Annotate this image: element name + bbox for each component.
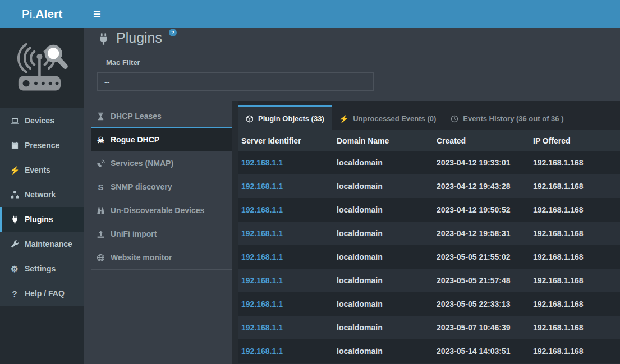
- ip-offered-cell: 192.168.1.168: [533, 158, 620, 167]
- sitemap-icon: [10, 191, 20, 199]
- created-cell: 2023-04-12 19:33:01: [437, 158, 533, 167]
- plugin-item-snmp-discovery[interactable]: SSNMP discovery: [91, 175, 232, 199]
- column-header-domain-name: Domain Name: [337, 136, 437, 145]
- plug-icon: [10, 215, 20, 224]
- top-navbar: Pi.Alert ≡: [0, 0, 620, 28]
- domain-name-cell: localdomain: [337, 276, 437, 285]
- table-row: 192.168.1.1localdomain2023-05-05 22:33:1…: [238, 292, 620, 316]
- tab-plugin-objects-33[interactable]: Plugin Objects (33): [238, 105, 332, 130]
- ip-offered-cell: 192.168.1.168: [533, 300, 620, 308]
- sidebar-item-devices[interactable]: Devices: [0, 108, 84, 133]
- sidebar-item-label: Settings: [25, 264, 56, 273]
- plugin-item-dhcp-leases[interactable]: DHCP Leases: [91, 104, 232, 128]
- server-identifier-link[interactable]: 192.168.1.1: [241, 347, 337, 356]
- column-header-ip-offered: IP Offered: [533, 136, 620, 145]
- created-cell: 2023-05-05 21:57:48: [437, 276, 533, 285]
- calendar-icon: [10, 141, 20, 150]
- domain-name-cell: localdomain: [337, 158, 437, 167]
- created-cell: 2023-05-05 21:55:02: [437, 252, 533, 261]
- table-body: 192.168.1.1localdomain2023-04-12 19:33:0…: [232, 151, 620, 363]
- ip-offered-cell: 192.168.1.168: [533, 347, 620, 356]
- domain-name-cell: localdomain: [337, 252, 437, 261]
- wrench-icon: [10, 240, 20, 248]
- plugin-nav-panel: DHCP Leases☠Rogue DHCPServices (NMAP)SSN…: [91, 104, 232, 270]
- mac-filter-label: Mac Filter: [106, 58, 140, 67]
- sidebar-item-help-faq[interactable]: ?Help / FAQ: [0, 281, 84, 306]
- column-header-created: Created: [437, 136, 533, 145]
- plugin-item-website-monitor[interactable]: Website monitor: [91, 246, 232, 269]
- sidebar-item-presence[interactable]: Presence: [0, 133, 84, 158]
- sidebar-logo-image: [0, 28, 84, 108]
- sidebar-toggle-button[interactable]: ≡: [84, 0, 110, 28]
- mac-filter-input[interactable]: [97, 72, 374, 91]
- binoculars-icon: [95, 206, 106, 215]
- created-cell: 2023-04-12 19:43:28: [437, 182, 533, 191]
- sidebar-item-events[interactable]: ⚡Events: [0, 158, 84, 182]
- page-title: Plugins ?: [97, 30, 177, 46]
- ip-offered-cell: 192.168.1.168: [533, 252, 620, 261]
- tab-label: Events History (36 out of 36 ): [463, 114, 563, 123]
- domain-name-cell: localdomain: [337, 300, 437, 308]
- tab-bar: Plugin Objects (33)⚡Unprocessed Events (…: [238, 101, 620, 130]
- sidebar-menu: DevicesPresence⚡EventsNetworkPluginsMain…: [0, 108, 84, 306]
- bolt-icon: ⚡: [339, 115, 348, 123]
- sidebar-item-plugins[interactable]: Plugins: [0, 207, 84, 232]
- plugin-item-services-nmap[interactable]: Services (NMAP): [91, 151, 232, 175]
- server-identifier-link[interactable]: 192.168.1.1: [241, 323, 337, 332]
- table-row: 192.168.1.1localdomain2023-04-12 19:50:5…: [238, 198, 620, 222]
- plugin-item-un-discoverable-devices[interactable]: Un-Discoverable Devices: [91, 199, 232, 222]
- sidebar-item-settings[interactable]: ⚙Settings: [0, 256, 84, 281]
- server-identifier-link[interactable]: 192.168.1.1: [241, 229, 337, 238]
- letter-s-icon: S: [95, 183, 106, 191]
- server-identifier-link[interactable]: 192.168.1.1: [241, 300, 337, 308]
- ip-offered-cell: 192.168.1.168: [533, 205, 620, 214]
- sidebar-item-label: Help / FAQ: [25, 289, 65, 298]
- sidebar-item-label: Presence: [25, 141, 59, 150]
- app-screen: Pi.Alert ≡: [0, 0, 620, 364]
- help-badge[interactable]: ?: [169, 29, 177, 36]
- plugin-item-rogue-dhcp[interactable]: ☠Rogue DHCP: [91, 127, 232, 151]
- table-header-row: Server IdentifierDomain NameCreatedIP Of…: [238, 130, 620, 151]
- sidebar-item-network[interactable]: Network: [0, 182, 84, 207]
- domain-name-cell: localdomain: [337, 205, 437, 214]
- bolt-icon: ⚡: [10, 166, 20, 174]
- tab-events-history-36-out-of-36[interactable]: Events History (36 out of 36 ): [443, 105, 571, 130]
- tab-label: Unprocessed Events (0): [353, 114, 436, 123]
- sidebar: DevicesPresence⚡EventsNetworkPluginsMain…: [0, 28, 84, 364]
- sidebar-item-maintenance[interactable]: Maintenance: [0, 232, 84, 256]
- table-row: 192.168.1.1localdomain2023-05-07 10:46:3…: [238, 316, 620, 339]
- plugin-item-label: Rogue DHCP: [111, 135, 159, 144]
- clock-icon: [451, 115, 458, 123]
- router-search-logo: [11, 39, 73, 98]
- server-identifier-link[interactable]: 192.168.1.1: [241, 252, 337, 261]
- server-identifier-link[interactable]: 192.168.1.1: [241, 182, 337, 191]
- plugin-item-label: Un-Discoverable Devices: [111, 206, 204, 215]
- server-identifier-link[interactable]: 192.168.1.1: [241, 158, 337, 167]
- globe-icon: [95, 254, 106, 262]
- tab-unprocessed-events-0[interactable]: ⚡Unprocessed Events (0): [332, 105, 444, 130]
- plugin-content-panel: Plugin Objects (33)⚡Unprocessed Events (…: [232, 101, 620, 364]
- table-row: 192.168.1.1localdomain2023-05-05 21:55:0…: [238, 245, 620, 269]
- server-identifier-link[interactable]: 192.168.1.1: [241, 276, 337, 285]
- question-icon: ?: [10, 289, 20, 298]
- plugin-item-label: UniFi import: [111, 229, 157, 238]
- upload-icon: [95, 230, 106, 238]
- domain-name-cell: localdomain: [337, 347, 437, 356]
- hamburger-icon: ≡: [93, 7, 101, 21]
- server-identifier-link[interactable]: 192.168.1.1: [241, 205, 337, 214]
- app-logo[interactable]: Pi.Alert: [0, 0, 84, 28]
- domain-name-cell: localdomain: [337, 323, 437, 332]
- created-cell: 2023-04-12 19:58:31: [437, 229, 533, 238]
- sidebar-item-label: Devices: [25, 116, 54, 125]
- domain-name-cell: localdomain: [337, 229, 437, 238]
- plugin-item-unifi-import[interactable]: UniFi import: [91, 222, 232, 246]
- ip-offered-cell: 192.168.1.168: [533, 229, 620, 238]
- gear-icon: ⚙: [10, 265, 20, 273]
- tab-label: Plugin Objects (33): [258, 114, 324, 123]
- satellite-dish-icon: [95, 159, 106, 168]
- cube-icon: [246, 115, 254, 123]
- hourglass-icon: [95, 112, 106, 121]
- ip-offered-cell: 192.168.1.168: [533, 276, 620, 285]
- sidebar-item-label: Maintenance: [25, 239, 72, 248]
- created-cell: 2023-05-07 10:46:39: [437, 323, 533, 332]
